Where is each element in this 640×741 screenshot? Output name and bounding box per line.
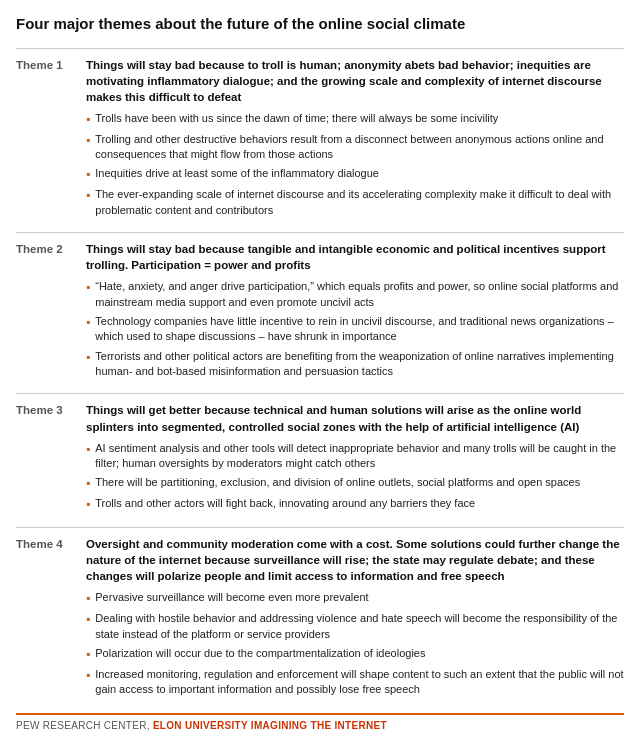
bullet-list-1: Trolls have been with us since the dawn … <box>86 111 624 218</box>
bullet-item: Increased monitoring, regulation and enf… <box>86 667 624 698</box>
bullet-item: Pervasive surveillance will become even … <box>86 590 624 607</box>
theme-content-3: Things will get better because technical… <box>86 402 624 517</box>
theme-block-3: Theme 3Things will get better because te… <box>16 393 624 517</box>
bullet-item: Technology companies have little incenti… <box>86 314 624 345</box>
main-container: Four major themes about the future of th… <box>0 0 640 741</box>
bullet-list-3: AI sentiment analysis and other tools wi… <box>86 441 624 513</box>
theme-summary-2: Things will stay bad because tangible an… <box>86 241 624 273</box>
theme-summary-4: Oversight and community moderation come … <box>86 536 624 584</box>
bullet-item: Trolls have been with us since the dawn … <box>86 111 624 128</box>
theme-block-1: Theme 1Things will stay bad because to t… <box>16 48 624 222</box>
theme-content-2: Things will stay bad because tangible an… <box>86 241 624 384</box>
bullet-item: “Hate, anxiety, and anger drive particip… <box>86 279 624 310</box>
theme-block-4: Theme 4Oversight and community moderatio… <box>16 527 624 701</box>
theme-block-2: Theme 2Things will stay bad because tang… <box>16 232 624 384</box>
theme-label-4: Theme 4 <box>16 536 86 701</box>
footer-elon: ELON UNIVERSITY IMAGINING THE INTERNET <box>153 720 387 731</box>
theme-label-1: Theme 1 <box>16 57 86 222</box>
bullet-item: Polarization will occur due to the compa… <box>86 646 624 663</box>
bullet-list-4: Pervasive surveillance will become even … <box>86 590 624 697</box>
bullet-item: Dealing with hostile behavior and addres… <box>86 611 624 642</box>
bullet-list-2: “Hate, anxiety, and anger drive particip… <box>86 279 624 379</box>
bullet-item: Trolls and other actors will fight back,… <box>86 496 624 513</box>
bullet-item: AI sentiment analysis and other tools wi… <box>86 441 624 472</box>
footer-pew: PEW RESEARCH CENTER, <box>16 720 153 731</box>
theme-summary-3: Things will get better because technical… <box>86 402 624 434</box>
footer: PEW RESEARCH CENTER, ELON UNIVERSITY IMA… <box>16 713 624 731</box>
theme-content-1: Things will stay bad because to troll is… <box>86 57 624 222</box>
theme-label-2: Theme 2 <box>16 241 86 384</box>
theme-summary-1: Things will stay bad because to troll is… <box>86 57 624 105</box>
themes-container: Theme 1Things will stay bad because to t… <box>16 48 624 702</box>
main-title: Four major themes about the future of th… <box>16 14 624 34</box>
bullet-item: Trolling and other destructive behaviors… <box>86 132 624 163</box>
bullet-item: The ever-expanding scale of internet dis… <box>86 187 624 218</box>
bullet-item: Inequities drive at least some of the in… <box>86 166 624 183</box>
theme-content-4: Oversight and community moderation come … <box>86 536 624 701</box>
theme-label-3: Theme 3 <box>16 402 86 517</box>
bullet-item: Terrorists and other political actors ar… <box>86 349 624 380</box>
bullet-item: There will be partitioning, exclusion, a… <box>86 475 624 492</box>
